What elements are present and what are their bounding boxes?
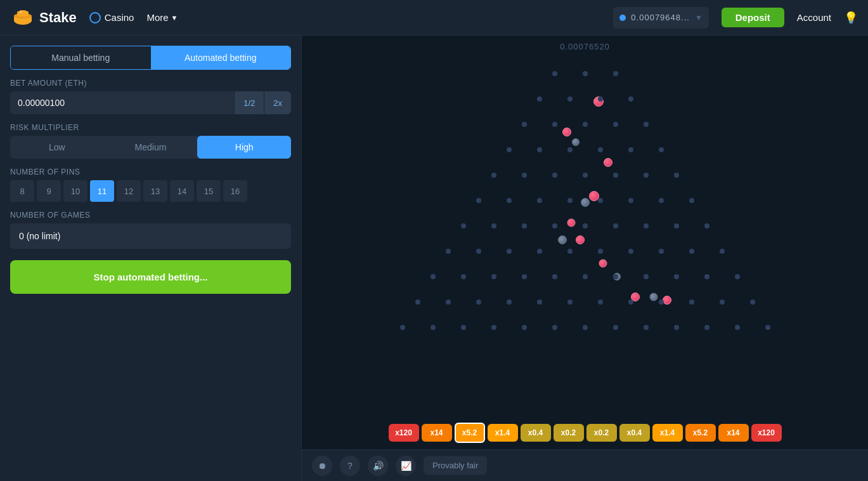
more-nav[interactable]: More ▼: [146, 12, 178, 23]
pin: [659, 300, 664, 305]
games-label: Number of Games: [10, 211, 291, 220]
pins-group: 8 9 10 11 12 13 14 15 16: [10, 180, 291, 202]
provably-fair-button[interactable]: Provably fair: [424, 456, 487, 475]
pin-11[interactable]: 11: [90, 180, 114, 202]
pin: [598, 249, 603, 254]
pin: [522, 122, 527, 127]
multiplier-bucket: x5.2: [685, 424, 716, 442]
pin: [628, 147, 633, 152]
half-button[interactable]: 1/2: [234, 91, 264, 114]
pin: [522, 223, 527, 228]
multiplier-row: x120 x14 x5.2 x1.4 x0.4 x0.2 x0.2 x0.4 x…: [389, 423, 782, 443]
ball: [649, 293, 657, 301]
risk-section: Risk multiplier Low Medium High: [10, 123, 291, 159]
pin-8[interactable]: 8: [10, 180, 34, 202]
bet-input[interactable]: [10, 91, 234, 114]
pin: [674, 274, 679, 279]
bet-amount-section: Bet amount (ETH) 1/2 2x: [10, 79, 291, 114]
logo-icon: [10, 5, 36, 30]
left-panel: Manual betting Automated betting Bet amo…: [0, 36, 302, 481]
pin: [537, 300, 542, 305]
pin-9[interactable]: 9: [37, 180, 61, 202]
pin: [644, 173, 649, 178]
pin: [644, 223, 649, 228]
pin-15[interactable]: 15: [197, 180, 221, 202]
pin: [689, 249, 694, 254]
deposit-button[interactable]: Deposit: [722, 8, 784, 27]
balance-dot: [619, 15, 626, 21]
ball: [663, 296, 671, 305]
pin: [659, 147, 664, 152]
tab-automated[interactable]: Automated betting: [151, 46, 291, 69]
pin-13[interactable]: 13: [143, 180, 167, 202]
pin-16[interactable]: 16: [223, 180, 247, 202]
pin: [446, 249, 451, 254]
pin: [613, 71, 618, 76]
risk-medium[interactable]: Medium: [104, 136, 198, 159]
casino-nav[interactable]: Casino: [89, 12, 134, 23]
pin: [644, 274, 649, 279]
pin: [598, 96, 603, 102]
pin: [644, 122, 649, 127]
stop-button[interactable]: Stop automated betting...: [10, 260, 291, 294]
chevron-down-icon: ▼: [171, 14, 178, 22]
plinko-board: [357, 55, 813, 391]
info-button[interactable]: ?: [340, 456, 360, 476]
pin: [765, 325, 770, 330]
pin: [720, 249, 725, 254]
pin: [461, 223, 466, 228]
account-button[interactable]: Account: [797, 12, 831, 23]
games-section: Number of Games: [10, 211, 291, 249]
ball: [581, 198, 590, 207]
pin: [491, 325, 496, 330]
pin: [750, 300, 755, 305]
pin: [659, 249, 664, 254]
footer-bar: ⏺ ? 🔊 📈 Provably fair: [302, 449, 868, 481]
pin: [704, 325, 709, 330]
logo: Stake: [10, 5, 77, 30]
pin: [613, 173, 618, 178]
risk-low[interactable]: Low: [10, 136, 104, 159]
ball: [558, 235, 567, 244]
balance-text: 0.00079648...: [631, 13, 690, 22]
multiplier-bucket: x0.2: [554, 424, 584, 442]
svg-point-6: [20, 11, 22, 13]
betting-tabs: Manual betting Automated betting: [10, 46, 291, 70]
pin-14[interactable]: 14: [170, 180, 194, 202]
games-input[interactable]: [10, 223, 291, 249]
pin: [613, 122, 618, 127]
record-button[interactable]: ⏺: [312, 456, 332, 476]
pin: [674, 325, 679, 330]
pin: [628, 300, 633, 305]
pin: [507, 249, 512, 254]
pin: [446, 300, 451, 305]
pin: [552, 325, 557, 330]
multiplier-bucket: x14: [718, 424, 749, 442]
pin: [522, 274, 527, 279]
pin: [461, 274, 466, 279]
stats-button[interactable]: 📈: [396, 456, 416, 476]
pin: [628, 249, 633, 254]
pin-10[interactable]: 10: [63, 180, 87, 202]
balance-arrow: ▼: [695, 13, 703, 22]
multiplier-bucket: x120: [751, 424, 782, 442]
ball: [567, 219, 575, 227]
risk-high[interactable]: High: [197, 136, 291, 159]
casino-icon: [89, 12, 101, 23]
volume-button[interactable]: 🔊: [368, 456, 388, 476]
pin: [689, 300, 694, 305]
pin: [735, 325, 740, 330]
pin: [583, 274, 588, 279]
pin-12[interactable]: 12: [117, 180, 141, 202]
lightbulb-icon[interactable]: 💡: [844, 11, 858, 25]
more-label: More: [146, 12, 168, 23]
pin: [552, 223, 557, 228]
pin: [537, 198, 542, 203]
pin: [552, 71, 557, 76]
pins-label: Number of pins: [10, 168, 291, 176]
logo-text: Stake: [39, 10, 77, 26]
multiplier-bucket: x0.4: [521, 424, 551, 442]
pin: [689, 198, 694, 203]
tab-manual[interactable]: Manual betting: [11, 46, 151, 69]
double-button[interactable]: 2x: [264, 91, 291, 114]
